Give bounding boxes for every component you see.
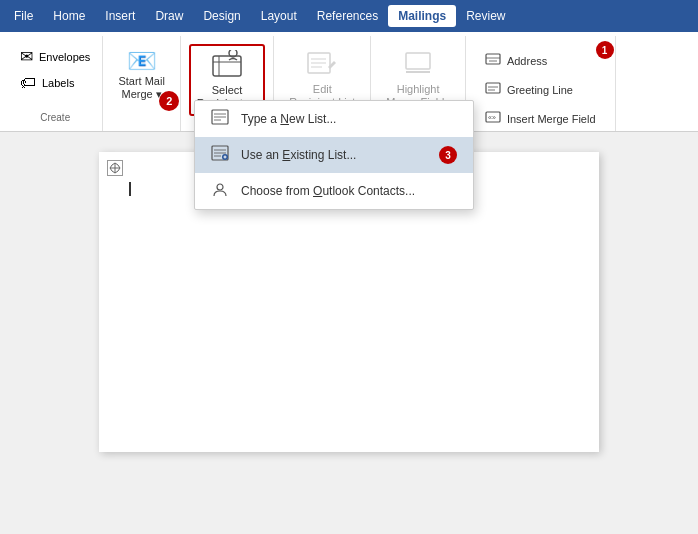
menu-bar: File Home Insert Draw Design Layout Refe… (0, 0, 698, 32)
envelopes-label: Envelopes (39, 51, 90, 63)
label-icon: 🏷 (20, 74, 36, 92)
greeting-line-label: Greeting Line (507, 84, 573, 96)
envelopes-button[interactable]: ✉ Envelopes (16, 44, 94, 69)
use-existing-label: Use an Existing List... (241, 148, 356, 162)
address-icon (485, 52, 501, 69)
outlook-contacts-label: Choose from Outlook Contacts... (241, 184, 415, 198)
menu-design[interactable]: Design (193, 5, 250, 27)
svg-point-29 (217, 184, 223, 190)
menu-layout[interactable]: Layout (251, 5, 307, 27)
type-new-label: Type a New List... (241, 112, 336, 126)
menu-draw[interactable]: Draw (145, 5, 193, 27)
svg-rect-10 (486, 54, 500, 64)
edit-list-icon (306, 49, 338, 81)
labels-label: Labels (42, 77, 74, 89)
address-button[interactable]: Address 1 (478, 48, 603, 73)
step-badge-2: 2 (159, 91, 179, 111)
insert-merge-field-label: Insert Merge Field (507, 113, 596, 125)
menu-mailings[interactable]: Mailings (388, 5, 456, 27)
outlook-contacts-icon (211, 181, 231, 201)
svg-text:«»: «» (488, 114, 496, 121)
highlight-icon (402, 49, 434, 81)
use-existing-icon (211, 145, 231, 165)
create-group: ✉ Envelopes 🏷 Labels Create (8, 36, 103, 131)
svg-rect-13 (486, 83, 500, 93)
step-badge-3: 3 (439, 146, 457, 164)
greeting-line-icon (485, 81, 501, 98)
menu-review[interactable]: Review (456, 5, 515, 27)
create-group-label: Create (16, 112, 94, 127)
text-cursor (129, 182, 131, 196)
menu-references[interactable]: References (307, 5, 388, 27)
mail-merge-icon: 📧 (127, 49, 157, 73)
address-label: Address (507, 55, 547, 67)
outlook-contacts-item[interactable]: Choose from Outlook Contacts... (195, 173, 473, 209)
select-recipients-dropdown: Type a New List... Use an Existing List.… (194, 100, 474, 210)
menu-file[interactable]: File (4, 5, 43, 27)
move-handle[interactable] (107, 160, 123, 176)
svg-rect-8 (406, 53, 430, 69)
type-new-list-item[interactable]: Type a New List... (195, 101, 473, 137)
use-existing-list-item[interactable]: Use an Existing List... 3 (195, 137, 473, 173)
insert-merge-field-icon: «» (485, 110, 501, 127)
envelope-icon: ✉ (20, 47, 33, 66)
type-new-icon (211, 109, 231, 129)
menu-insert[interactable]: Insert (95, 5, 145, 27)
select-recipients-icon (211, 50, 243, 82)
labels-button[interactable]: 🏷 Labels (16, 71, 94, 95)
insert-merge-field-button[interactable]: «» Insert Merge Field (478, 106, 603, 131)
write-insert-group: Address 1 Greeting Line (466, 36, 616, 131)
start-mail-merge-group: 📧 Start MailMerge ▾ spacer 2 (103, 36, 180, 131)
greeting-line-button[interactable]: Greeting Line (478, 77, 603, 102)
start-mail-merge-label: Start MailMerge ▾ (118, 75, 164, 101)
menu-home[interactable]: Home (43, 5, 95, 27)
step-badge-1: 1 (596, 41, 614, 59)
